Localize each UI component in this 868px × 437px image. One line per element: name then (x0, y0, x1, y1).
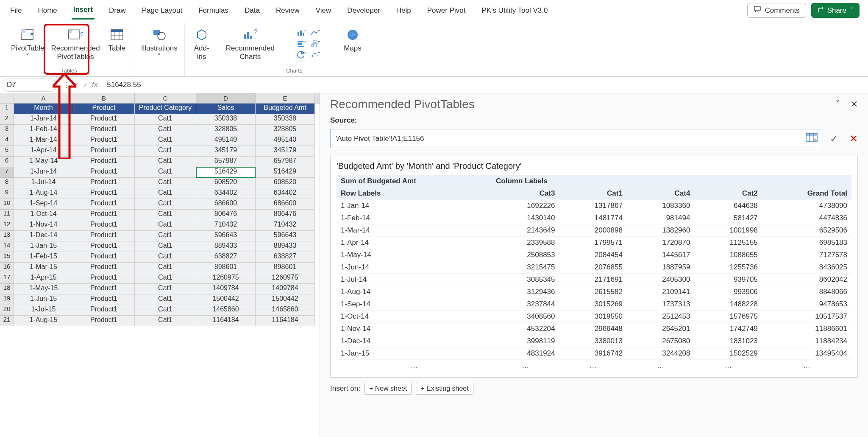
cell[interactable]: Product1 (73, 146, 135, 157)
tab-review[interactable]: Review (274, 2, 301, 19)
confirm-source-icon[interactable]: ✓ (830, 133, 838, 145)
cell[interactable]: Cat1 (135, 125, 196, 135)
col-header-e[interactable]: E (256, 93, 315, 103)
tab-file[interactable]: File (8, 2, 23, 19)
cell[interactable]: Product1 (73, 273, 135, 284)
col-header-a[interactable]: A (14, 93, 73, 103)
range-picker-icon[interactable] (806, 133, 818, 144)
cell[interactable]: 1-Jun-14 (14, 167, 73, 178)
cell[interactable]: 1-Oct-14 (14, 210, 73, 220)
cell[interactable]: 657987 (196, 157, 256, 167)
cell[interactable]: Product1 (73, 316, 135, 326)
cell[interactable]: 710432 (256, 220, 315, 231)
cell[interactable]: 638827 (196, 252, 256, 263)
cell[interactable]: 328805 (256, 125, 315, 135)
recommended-pivot-button[interactable]: ? Recommended PivotTables (48, 25, 102, 67)
cell[interactable]: Product1 (73, 284, 135, 294)
cell[interactable]: Product1 (73, 188, 135, 199)
table-button[interactable]: Table (104, 25, 130, 67)
col-header-b[interactable]: B (73, 93, 135, 103)
cell[interactable]: 806476 (196, 210, 256, 220)
cell[interactable]: 1-Nov-14 (14, 220, 73, 231)
cell[interactable]: 1260975 (256, 273, 315, 284)
new-sheet-button[interactable]: + New sheet (364, 383, 412, 395)
header-cell[interactable]: Product (73, 104, 135, 114)
cancel-icon[interactable]: ✕ (73, 81, 79, 90)
cell[interactable]: 328805 (196, 125, 256, 135)
cell[interactable]: Cat1 (135, 241, 196, 252)
cell[interactable]: 350338 (196, 114, 256, 125)
cell[interactable]: Product1 (73, 125, 135, 135)
illustrations-button[interactable]: Illustrations ˅ (139, 25, 180, 74)
col-header-d[interactable]: D (196, 93, 256, 103)
cell[interactable]: 1-Mar-14 (14, 135, 73, 146)
cell[interactable]: 1-Sep-14 (14, 199, 73, 210)
cell[interactable]: 657987 (256, 157, 315, 167)
cell[interactable]: Product1 (73, 252, 135, 263)
row-header[interactable]: 20 (0, 305, 14, 316)
header-cell[interactable]: Month (14, 104, 73, 114)
cell[interactable]: 686600 (256, 199, 315, 210)
cell[interactable]: Product1 (73, 167, 135, 178)
cell[interactable]: 634402 (196, 188, 256, 199)
cell[interactable]: 1-Apr-14 (14, 146, 73, 157)
cell[interactable]: 1-Jul-15 (14, 305, 73, 316)
cell[interactable]: Cat1 (135, 284, 196, 294)
cell[interactable]: Product1 (73, 305, 135, 316)
cell[interactable]: 1-Jan-15 (14, 241, 73, 252)
cell[interactable]: 889433 (256, 241, 315, 252)
cell[interactable]: Cat1 (135, 114, 196, 125)
cell[interactable]: 634402 (256, 188, 315, 199)
cell[interactable]: Product1 (73, 157, 135, 167)
bar-chart-icon[interactable]: ˅ (297, 39, 307, 48)
chevron-down-icon[interactable]: ˅ (835, 99, 840, 110)
col-header-c[interactable]: C (135, 93, 196, 103)
cell[interactable]: 345179 (256, 146, 315, 157)
header-cell[interactable]: Budgeted Amt (256, 104, 315, 114)
close-icon[interactable]: ✕ (850, 99, 858, 110)
source-input[interactable]: 'Auto Pivot Table'!A1:E1156 (330, 129, 823, 148)
cell[interactable]: 686600 (196, 199, 256, 210)
cell[interactable]: 638827 (256, 252, 315, 263)
cell[interactable]: Product1 (73, 294, 135, 305)
cell[interactable]: 710432 (196, 220, 256, 231)
cell[interactable]: 1-Mar-15 (14, 263, 73, 273)
cell[interactable]: 889433 (196, 241, 256, 252)
cell[interactable]: Product1 (73, 263, 135, 273)
scatter-chart-icon[interactable]: ˅ (310, 50, 320, 59)
row-header[interactable]: 5 (0, 146, 14, 157)
cell[interactable]: 1-May-15 (14, 284, 73, 294)
cell[interactable]: 898601 (196, 263, 256, 273)
maps-button[interactable]: Maps (340, 25, 365, 67)
tab-data[interactable]: Data (243, 2, 262, 19)
cell[interactable]: 1-Feb-15 (14, 252, 73, 263)
tab-insert[interactable]: Insert (72, 1, 95, 20)
row-header[interactable]: 15 (0, 252, 14, 263)
tab-developer[interactable]: Developer (345, 2, 382, 19)
comments-button[interactable]: Comments (747, 3, 806, 18)
name-box[interactable]: D7 (2, 78, 57, 92)
cell[interactable]: 1164184 (196, 316, 256, 326)
cell[interactable]: Cat1 (135, 199, 196, 210)
cell[interactable]: 1-Apr-15 (14, 273, 73, 284)
cell[interactable]: 495140 (256, 135, 315, 146)
row-header[interactable]: 6 (0, 157, 14, 167)
share-button[interactable]: Share ˅ (811, 3, 860, 18)
cell[interactable]: Cat1 (135, 231, 196, 241)
cell[interactable]: 1-Feb-14 (14, 125, 73, 135)
line-chart-icon[interactable]: ˅ (310, 28, 320, 37)
pivot-table-button[interactable]: PivotTable ˅ (8, 25, 47, 67)
row-header[interactable]: 13 (0, 231, 14, 241)
cell[interactable]: 495140 (196, 135, 256, 146)
hierarchy-chart-icon[interactable]: ˅ (310, 39, 320, 48)
tab-draw[interactable]: Draw (107, 2, 128, 19)
row-header[interactable]: 4 (0, 135, 14, 146)
column-chart-icon[interactable]: ˅ (297, 28, 307, 37)
row-header[interactable]: 16 (0, 263, 14, 273)
tab-formulas[interactable]: Formulas (197, 2, 230, 19)
cell[interactable]: 1-Jan-14 (14, 114, 73, 125)
cell[interactable]: Product1 (73, 241, 135, 252)
select-all-corner[interactable] (0, 93, 14, 103)
cell[interactable]: Cat1 (135, 157, 196, 167)
cell[interactable]: Product1 (73, 210, 135, 220)
